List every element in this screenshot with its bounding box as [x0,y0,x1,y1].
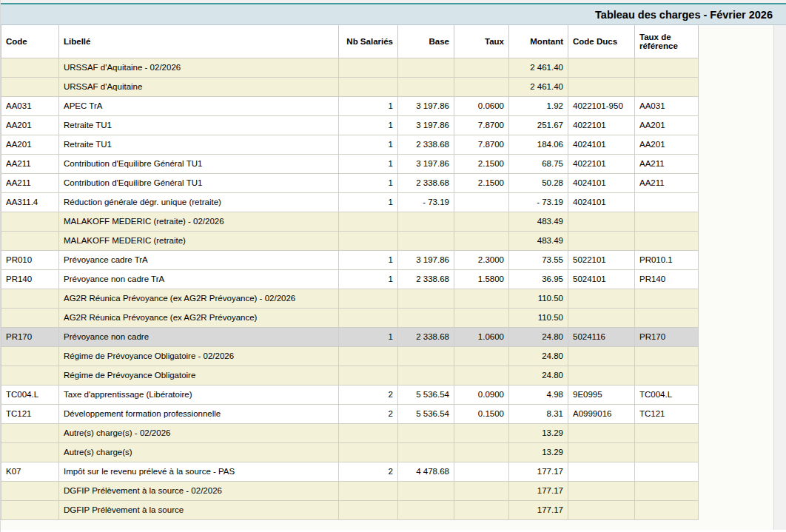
cell-libelle: Contribution d'Equilibre Général TU1 [59,154,339,173]
table-row[interactable]: PR170Prévoyance non cadre12 338.681.0600… [1,327,699,346]
table-row[interactable]: Régime de Prévoyance Obligatoire24.80 [1,366,699,385]
cell-ducs: 4024101 [568,192,635,212]
column-header-montant[interactable]: Montant [509,25,568,58]
cell-ref: PR140 [635,269,699,289]
cell-code [1,423,59,442]
cell-montant: - 73.19 [509,192,568,212]
table-row[interactable]: AA201Retraite TU112 338.687.8700184.0640… [1,135,699,154]
column-header-code[interactable]: Code [1,25,59,58]
cell-ducs: 4022101-950 [568,96,635,115]
cell-nb [339,500,398,519]
cell-code: AA211 [1,154,59,173]
cell-ducs: 4024101 [568,135,635,154]
cell-ref [635,289,699,308]
vertical-scrollbar[interactable] [773,25,786,530]
table-row[interactable]: AA201Retraite TU113 197.867.8700251.6740… [1,115,699,135]
table-row[interactable]: DGFIP Prélèvement à la source - 02/20261… [1,481,699,500]
cell-taux [454,366,509,385]
cell-ref [635,308,699,327]
cell-code [1,442,59,462]
cell-ducs: 4024101 [568,173,635,192]
table-row[interactable]: AA031APEC TrA13 197.860.06001.924022101-… [1,96,699,115]
cell-montant: 24.80 [509,346,568,366]
cell-code [1,231,59,250]
column-header-code-ducs[interactable]: Code Ducs [568,25,635,58]
cell-montant: 2 461.40 [509,77,568,96]
cell-base: 2 338.68 [398,327,454,346]
cell-base [398,308,454,327]
cell-taux [454,289,509,308]
cell-base: 3 197.86 [398,250,454,269]
table-row[interactable]: K07Impôt sur le revenu prélevé à la sour… [1,462,699,481]
cell-taux: 1.5800 [454,269,509,289]
cell-ref [635,366,699,385]
cell-montant: 110.50 [509,289,568,308]
table-row[interactable]: AG2R Réunica Prévoyance (ex AG2R Prévoya… [1,308,699,327]
table-row[interactable]: AG2R Réunica Prévoyance (ex AG2R Prévoya… [1,289,699,308]
table-area: Code Libellé Nb Salariés Base Taux Monta… [1,25,773,530]
cell-libelle: Taxe d'apprentissage (Libératoire) [59,385,339,404]
content-area: Code Libellé Nb Salariés Base Taux Monta… [1,25,786,530]
cell-base [398,481,454,500]
cell-base [398,442,454,462]
cell-taux: 7.8700 [454,135,509,154]
table-row[interactable]: MALAKOFF MEDERIC (retraite) - 02/2026483… [1,212,699,231]
cell-libelle: MALAKOFF MEDERIC (retraite) - 02/2026 [59,212,339,231]
table-row[interactable]: MALAKOFF MEDERIC (retraite)483.49 [1,231,699,250]
cell-code: AA311.4 [1,192,59,212]
cell-code [1,366,59,385]
table-row[interactable]: AA311.4Réduction générale dégr. unique (… [1,192,699,212]
cell-taux [454,77,509,96]
table-row[interactable]: TC121Développement formation professionn… [1,404,699,423]
cell-nb: 1 [339,96,398,115]
column-header-base[interactable]: Base [398,25,454,58]
cell-libelle: Retraite TU1 [59,115,339,135]
cell-libelle: Prévoyance non cadre [59,327,339,346]
cell-ref: PR010.1 [635,250,699,269]
cell-libelle: MALAKOFF MEDERIC (retraite) [59,231,339,250]
cell-nb: 1 [339,192,398,212]
cell-base: 3 197.86 [398,96,454,115]
table-row[interactable]: AA211Contribution d'Equilibre Général TU… [1,154,699,173]
cell-libelle: Développement formation professionnelle [59,404,339,423]
cell-ref [635,77,699,96]
table-row[interactable]: TC004.LTaxe d'apprentissage (Libératoire… [1,385,699,404]
cell-ref: TC121 [635,404,699,423]
cell-libelle: AG2R Réunica Prévoyance (ex AG2R Prévoya… [59,308,339,327]
cell-ref: PR170 [635,327,699,346]
cell-ref [635,423,699,442]
cell-nb [339,289,398,308]
cell-code [1,308,59,327]
cell-montant: 110.50 [509,308,568,327]
cell-montant: 13.29 [509,423,568,442]
charges-table: Code Libellé Nb Salariés Base Taux Monta… [1,25,699,520]
cell-libelle: Impôt sur le revenu prélevé à la source … [59,462,339,481]
table-row[interactable]: Autre(s) charge(s)13.29 [1,442,699,462]
cell-code: PR170 [1,327,59,346]
table-row[interactable]: URSSAF d'Aquitaine - 02/20262 461.40 [1,58,699,77]
cell-ducs: 9E0995 [568,385,635,404]
column-header-taux[interactable]: Taux [454,25,509,58]
table-body: URSSAF d'Aquitaine - 02/20262 461.40URSS… [1,58,699,519]
column-header-libelle[interactable]: Libellé [59,25,339,58]
table-row[interactable]: PR010Prévoyance cadre TrA13 197.862.3000… [1,250,699,269]
cell-ref: AA211 [635,173,699,192]
cell-ducs: 4022101 [568,115,635,135]
column-header-taux-reference[interactable]: Taux de référence [635,25,699,58]
table-row[interactable]: DGFIP Prélèvement à la source177.17 [1,500,699,519]
table-row[interactable]: AA211Contribution d'Equilibre Général TU… [1,173,699,192]
cell-montant: 1.92 [509,96,568,115]
cell-base [398,212,454,231]
table-row[interactable]: URSSAF d'Aquitaine2 461.40 [1,77,699,96]
cell-taux: 2.3000 [454,250,509,269]
cell-libelle: Contribution d'Equilibre Général TU1 [59,173,339,192]
table-row[interactable]: Autre(s) charge(s) - 02/202613.29 [1,423,699,442]
cell-nb: 1 [339,173,398,192]
table-row[interactable]: Régime de Prévoyance Obligatoire - 02/20… [1,346,699,366]
cell-nb: 2 [339,385,398,404]
cell-ducs: 5022101 [568,250,635,269]
column-header-nb-salaries[interactable]: Nb Salariés [339,25,398,58]
header-row: Code Libellé Nb Salariés Base Taux Monta… [1,25,699,58]
cell-base [398,58,454,77]
table-row[interactable]: PR140Prévoyance non cadre TrA12 338.681.… [1,269,699,289]
